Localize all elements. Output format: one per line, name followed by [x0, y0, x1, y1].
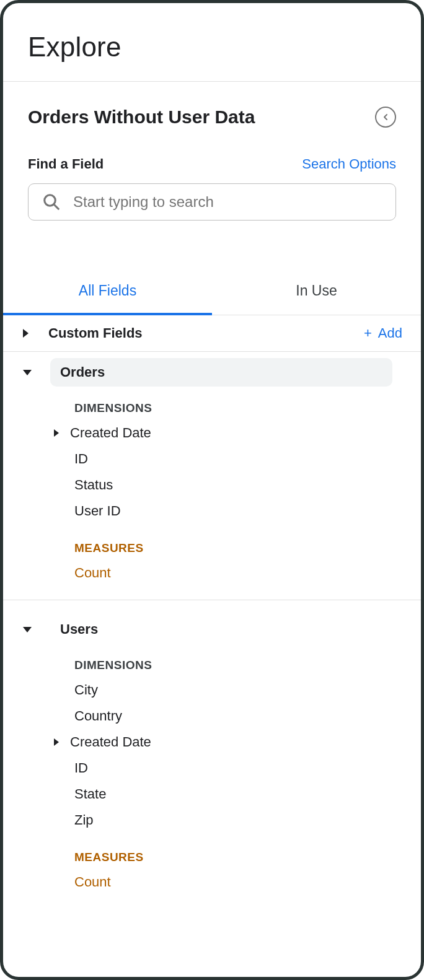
field-label: City — [74, 682, 98, 698]
search-input[interactable] — [72, 193, 382, 211]
tab-in-use[interactable]: In Use — [212, 270, 421, 315]
dimensions-heading: DIMENSIONS — [3, 650, 421, 677]
search-box[interactable] — [28, 183, 396, 221]
view-divider — [3, 600, 421, 600]
view-header[interactable]: Orders — [3, 352, 421, 393]
field-label: User ID — [74, 503, 121, 519]
dimension-field[interactable]: Status — [3, 472, 421, 498]
panel-header: Explore — [3, 3, 421, 81]
dimension-field[interactable]: Created Date — [3, 420, 421, 446]
collapse-button[interactable] — [375, 107, 396, 128]
search-options-link[interactable]: Search Options — [302, 156, 396, 172]
search-icon — [42, 193, 61, 211]
field-label: ID — [74, 760, 88, 776]
dimension-field[interactable]: User ID — [3, 498, 421, 524]
measures-heading: MEASURES — [3, 833, 421, 869]
field-label: Count — [74, 874, 111, 890]
explore-title: Orders Without User Data — [28, 107, 255, 128]
plus-icon: + — [364, 325, 372, 341]
view-block: UsersDIMENSIONSCityCountryCreated DateID… — [3, 609, 421, 895]
dimension-field[interactable]: Zip — [3, 807, 421, 833]
explore-panel: Explore Orders Without User Data Find a … — [0, 0, 424, 980]
view-name: Orders — [50, 358, 392, 387]
views-list: OrdersDIMENSIONSCreated DateIDStatusUser… — [3, 352, 421, 895]
dimensions-heading: DIMENSIONS — [3, 393, 421, 420]
find-field-label: Find a Field — [28, 156, 104, 172]
field-label: ID — [74, 451, 88, 467]
view-header[interactable]: Users — [3, 609, 421, 650]
measures-heading: MEASURES — [3, 524, 421, 560]
field-tabs: All Fields In Use — [3, 270, 421, 315]
tab-all-fields[interactable]: All Fields — [3, 270, 212, 315]
field-label: Status — [74, 477, 113, 493]
view-name: Users — [50, 615, 402, 644]
dimension-field[interactable]: State — [3, 781, 421, 807]
chevron-down-icon — [23, 627, 32, 632]
dimension-field[interactable]: Country — [3, 703, 421, 729]
chevron-right-icon — [54, 429, 59, 437]
field-label: State — [74, 786, 106, 802]
field-label: Zip — [74, 812, 94, 828]
view-block: OrdersDIMENSIONSCreated DateIDStatusUser… — [3, 352, 421, 586]
add-label: Add — [378, 325, 402, 341]
chevron-down-icon — [23, 370, 32, 375]
measure-field[interactable]: Count — [3, 869, 421, 895]
explore-section: Orders Without User Data Find a Field Se… — [3, 82, 421, 233]
custom-fields-row[interactable]: Custom Fields + Add — [3, 315, 421, 352]
field-label: Created Date — [70, 425, 151, 441]
chevron-right-icon — [54, 738, 59, 746]
measure-field[interactable]: Count — [3, 560, 421, 586]
dimension-field[interactable]: Created Date — [3, 729, 421, 755]
chevron-right-icon — [23, 329, 29, 338]
dimension-field[interactable]: ID — [3, 446, 421, 472]
dimension-field[interactable]: City — [3, 677, 421, 703]
svg-line-1 — [54, 204, 59, 209]
page-title: Explore — [28, 32, 396, 63]
dimension-field[interactable]: ID — [3, 755, 421, 781]
field-label: Country — [74, 708, 122, 724]
chevron-left-icon — [381, 112, 391, 122]
field-label: Created Date — [70, 734, 151, 750]
custom-fields-label: Custom Fields — [48, 325, 364, 341]
field-label: Count — [74, 565, 111, 581]
add-custom-field-button[interactable]: + Add — [364, 325, 402, 341]
